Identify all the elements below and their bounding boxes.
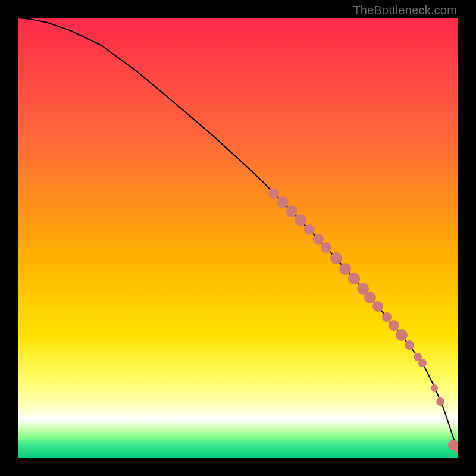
svg-rect-0 [18, 18, 458, 458]
background-gradient [18, 18, 458, 458]
watermark-label: TheBottleneck.com [353, 4, 457, 17]
plot-frame [18, 18, 458, 458]
